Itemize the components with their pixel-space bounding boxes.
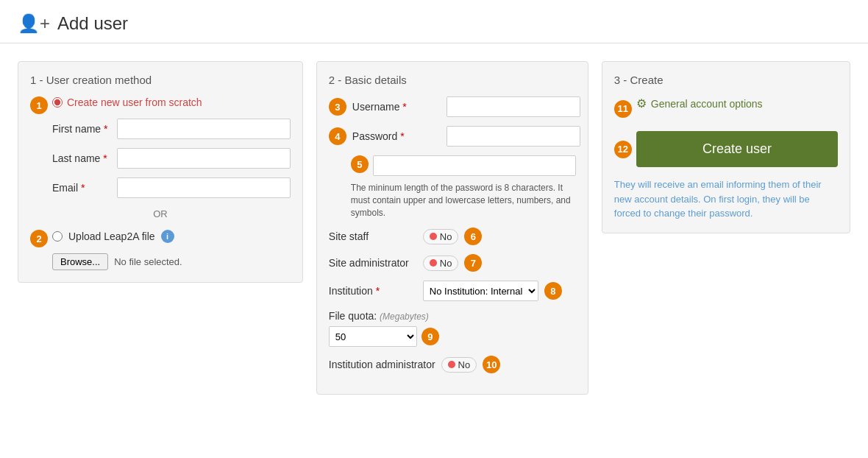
badge-2: 2 bbox=[30, 230, 48, 247]
email-input[interactable] bbox=[117, 177, 291, 198]
site-admin-row: Site administrator No 7 bbox=[329, 254, 576, 272]
first-name-row: First name * bbox=[52, 119, 291, 139]
info-icon[interactable]: i bbox=[161, 230, 174, 243]
email-required: * bbox=[81, 182, 85, 194]
inst-admin-dot bbox=[448, 361, 455, 368]
general-options-row: 11 ⚙ General account options bbox=[614, 96, 838, 121]
create-user-row: 12 Create user bbox=[614, 131, 838, 167]
badge-7: 7 bbox=[464, 254, 482, 272]
site-admin-label: Site administrator bbox=[329, 257, 417, 269]
username-label: Username * bbox=[352, 101, 441, 113]
panel-basic-details: 2 - Basic details 3 Username * 4 Passwor… bbox=[316, 61, 588, 395]
site-staff-row: Site staff No 6 bbox=[329, 228, 576, 245]
site-staff-dot bbox=[430, 233, 437, 240]
password-confirm-input[interactable] bbox=[373, 155, 576, 176]
institution-label: Institution * bbox=[329, 285, 417, 297]
upload-radio[interactable] bbox=[52, 231, 63, 242]
badge-3: 3 bbox=[329, 98, 346, 116]
page-title: Add user bbox=[57, 13, 128, 34]
inst-admin-row: Institution administrator No 10 bbox=[329, 356, 576, 373]
email-row: Email * bbox=[52, 177, 291, 198]
site-admin-dot bbox=[430, 259, 437, 267]
first-name-label: First name * bbox=[52, 123, 111, 135]
last-name-label: Last name * bbox=[52, 152, 111, 164]
inst-admin-toggle[interactable]: No bbox=[441, 357, 477, 373]
badge-9: 9 bbox=[421, 328, 439, 345]
email-notice: They will receive an email informing the… bbox=[614, 177, 838, 221]
inst-admin-no-label: No bbox=[458, 359, 471, 370]
panel3-title: 3 - Create bbox=[614, 74, 838, 86]
main-content: 1 - User creation method 1 Create new us… bbox=[0, 43, 868, 412]
general-options-link[interactable]: ⚙ General account options bbox=[636, 96, 763, 110]
site-staff-toggle[interactable]: No bbox=[423, 229, 459, 244]
email-label: Email * bbox=[52, 182, 111, 194]
quota-label-wrapper: File quota: (Megabytes) bbox=[329, 310, 576, 322]
panel-user-creation: 1 - User creation method 1 Create new us… bbox=[18, 61, 303, 283]
last-name-input[interactable] bbox=[117, 148, 291, 169]
panel-create: 3 - Create 11 ⚙ General account options … bbox=[602, 61, 850, 233]
password-confirm-section: 5 The mininum length of the password is … bbox=[351, 155, 576, 219]
password-row: 4 Password * bbox=[329, 126, 576, 147]
badge-1: 1 bbox=[30, 96, 48, 114]
confirm-badge-row: 5 bbox=[351, 155, 576, 179]
badge-4: 4 bbox=[329, 127, 346, 145]
add-user-icon: 👤+ bbox=[18, 13, 50, 34]
badge-12: 12 bbox=[614, 141, 632, 158]
badge-8: 8 bbox=[544, 282, 562, 300]
upload-row-wrapper: 2 Upload Leap2A file i bbox=[30, 230, 291, 247]
username-input[interactable] bbox=[447, 96, 580, 117]
institution-row: Institution * No Institution: Internal 8 bbox=[329, 281, 576, 301]
badge-5: 5 bbox=[351, 155, 369, 173]
badge-6: 6 bbox=[464, 228, 482, 245]
password-hint: The mininum length of the password is 8 … bbox=[351, 182, 576, 219]
site-admin-no-label: No bbox=[440, 258, 452, 269]
create-user-button[interactable]: Create user bbox=[636, 131, 838, 167]
site-staff-no-label: No bbox=[440, 231, 452, 242]
no-file-label: No file selected. bbox=[114, 256, 182, 267]
institution-select[interactable]: No Institution: Internal bbox=[423, 281, 538, 301]
page-header: 👤+ Add user bbox=[0, 0, 868, 43]
gear-icon: ⚙ bbox=[636, 96, 647, 110]
first-name-required: * bbox=[104, 123, 107, 135]
quota-row: File quota: (Megabytes) 50 9 bbox=[329, 310, 576, 347]
badge-10: 10 bbox=[483, 356, 500, 373]
badge-11: 11 bbox=[614, 100, 632, 118]
or-divider: OR bbox=[30, 208, 291, 219]
site-staff-label: Site staff bbox=[329, 230, 417, 242]
file-upload-row: Browse... No file selected. bbox=[52, 253, 291, 270]
last-name-row: Last name * bbox=[52, 148, 291, 169]
browse-button[interactable]: Browse... bbox=[52, 253, 108, 270]
password-label: Password * bbox=[352, 130, 441, 142]
quota-sublabel: (Megabytes) bbox=[380, 311, 429, 322]
first-name-input[interactable] bbox=[117, 119, 291, 139]
username-row: 3 Username * bbox=[329, 96, 576, 117]
inst-admin-label: Institution administrator bbox=[329, 359, 435, 370]
panel1-title: 1 - User creation method bbox=[30, 74, 291, 86]
upload-label: Upload Leap2A file bbox=[68, 230, 155, 242]
last-name-required: * bbox=[103, 152, 107, 164]
general-options-label: General account options bbox=[651, 98, 763, 110]
create-new-radio[interactable] bbox=[52, 97, 63, 108]
quota-select-row: 50 9 bbox=[329, 326, 576, 347]
create-new-row: 1 Create new user from scratch bbox=[30, 96, 291, 114]
password-input[interactable] bbox=[447, 126, 580, 147]
quota-select[interactable]: 50 bbox=[329, 326, 417, 347]
create-new-option[interactable]: Create new user from scratch bbox=[52, 96, 202, 108]
create-new-label: Create new user from scratch bbox=[67, 96, 202, 108]
panel2-title: 2 - Basic details bbox=[329, 74, 576, 86]
site-admin-toggle[interactable]: No bbox=[423, 256, 459, 271]
